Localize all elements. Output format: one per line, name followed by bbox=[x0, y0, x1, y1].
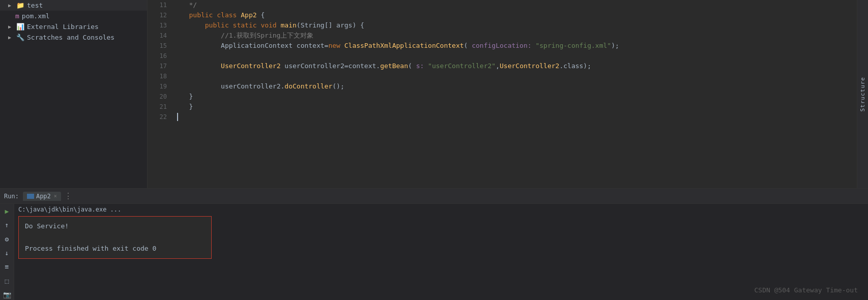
line-num-15: 15 bbox=[148, 41, 167, 51]
code-line-21: } bbox=[177, 102, 853, 112]
line-num-18: 18 bbox=[148, 71, 167, 81]
run-tab-close-btn[interactable]: × bbox=[54, 193, 57, 199]
editor-scrollbar[interactable] bbox=[853, 0, 857, 188]
line-num-21: 21 bbox=[148, 102, 167, 112]
code-content[interactable]: 11 ▶ 12 ▶ ⊢ 13 14 15 16 17 18 19 ⊢ 20 bbox=[148, 0, 857, 188]
output-line-3: Process finished with exit code 0 bbox=[25, 243, 205, 254]
run-play-btn[interactable]: ▶ bbox=[2, 206, 13, 217]
run-align2-btn[interactable]: ⬚ bbox=[2, 275, 13, 286]
line-num-13: ▶ ⊢ 13 bbox=[148, 20, 167, 31]
line-num-14: 14 bbox=[148, 31, 167, 41]
code-line-14: //1.获取到Spring上下文对象 bbox=[177, 31, 853, 41]
sidebar-item-pom[interactable]: m pom.xml bbox=[0, 11, 147, 21]
arrow-icon-scratch: ▶ bbox=[8, 35, 14, 41]
run-tab-app2[interactable]: App2 × bbox=[23, 192, 61, 201]
code-line-17: UserController2 userController2=context.… bbox=[177, 61, 853, 71]
run-camera-btn[interactable]: 📷 bbox=[2, 289, 13, 300]
run-content: ▶ ↑ ⚙ ↓ ≡ ⬚ 📷 C:\java\jdk\bin\java.exe .… bbox=[0, 204, 868, 300]
output-line-2 bbox=[25, 232, 205, 243]
watermark: CSDN @504 Gateway Time-out bbox=[755, 286, 858, 294]
sidebar: ▶ 📁 test m pom.xml ▶ 📊 External Librarie… bbox=[0, 0, 148, 188]
bottom-panel: Run: App2 × ⋮ ▶ ↑ ⚙ ↓ ≡ ⬚ 📷 C:\java\jdk\… bbox=[0, 188, 868, 300]
line-num-22: 22 bbox=[148, 112, 167, 122]
library-icon: 📊 bbox=[16, 23, 24, 31]
sidebar-item-pom-label: pom.xml bbox=[22, 12, 50, 20]
run-settings-btn[interactable]: ⚙ bbox=[2, 234, 13, 245]
code-line-22 bbox=[177, 112, 853, 122]
maven-icon: m bbox=[15, 12, 19, 20]
sidebar-item-external-libraries[interactable]: ▶ 📊 External Libraries bbox=[0, 21, 147, 32]
run-output-area: C:\java\jdk\bin\java.exe ... Do Service!… bbox=[14, 204, 868, 300]
editor-area: 11 ▶ 12 ▶ ⊢ 13 14 15 16 17 18 19 ⊢ 20 bbox=[148, 0, 857, 188]
sidebar-item-lib-label: External Libraries bbox=[27, 23, 99, 31]
code-line-13: public static void main(String[] args) { bbox=[177, 20, 853, 31]
line-numbers: 11 ▶ 12 ▶ ⊢ 13 14 15 16 17 18 19 ⊢ 20 bbox=[148, 0, 173, 188]
code-line-11: */ bbox=[177, 0, 853, 10]
arrow-icon-lib: ▶ bbox=[8, 24, 14, 30]
arrow-icon: ▶ bbox=[8, 3, 14, 9]
line-num-16: 16 bbox=[148, 51, 167, 61]
output-path: C:\java\jdk\bin\java.exe ... bbox=[18, 206, 864, 213]
code-line-16 bbox=[177, 51, 853, 61]
sidebar-item-test-label: test bbox=[27, 2, 43, 9]
output-line-1: Do Service! bbox=[25, 221, 205, 232]
run-label: Run: bbox=[4, 193, 19, 200]
run-tab-app2-label: App2 bbox=[36, 193, 51, 200]
run-toolbar: ▶ ↑ ⚙ ↓ ≡ ⬚ 📷 bbox=[0, 204, 14, 300]
structure-panel: Structure bbox=[857, 0, 868, 188]
run-align-btn[interactable]: ≡ bbox=[2, 261, 13, 272]
sidebar-item-scratches[interactable]: ▶ 🔧 Scratches and Consoles bbox=[0, 32, 147, 43]
output-box: Do Service! Process finished with exit c… bbox=[18, 216, 212, 259]
folder-icon: 📁 bbox=[16, 2, 24, 9]
code-line-12: public class App2 { bbox=[177, 10, 853, 20]
sidebar-item-scratch-label: Scratches and Consoles bbox=[27, 34, 114, 41]
run-down-btn[interactable]: ↓ bbox=[2, 248, 13, 258]
line-num-11: 11 bbox=[148, 0, 167, 10]
run-up-btn[interactable]: ↑ bbox=[2, 220, 13, 230]
more-options-btn[interactable]: ⋮ bbox=[62, 191, 74, 201]
code-line-18 bbox=[177, 71, 853, 81]
run-tabs-bar: Run: App2 × ⋮ bbox=[0, 189, 868, 204]
code-line-20: } bbox=[177, 92, 853, 102]
code-line-15: ApplicationContext context=new ClassPath… bbox=[177, 41, 853, 51]
line-num-19: 19 bbox=[148, 81, 167, 92]
code-lines[interactable]: */ public class App2 { public static voi… bbox=[173, 0, 853, 188]
sidebar-item-test[interactable]: ▶ 📁 test bbox=[0, 0, 147, 11]
structure-label: Structure bbox=[859, 77, 866, 112]
line-num-17: 17 bbox=[148, 61, 167, 71]
line-num-20: ⊢ 20 bbox=[148, 92, 167, 102]
scratch-icon: 🔧 bbox=[16, 34, 24, 41]
code-line-19: userController2.doController(); bbox=[177, 81, 853, 92]
tab-app2-icon bbox=[27, 194, 34, 199]
line-num-12: ▶ 12 bbox=[148, 10, 167, 20]
